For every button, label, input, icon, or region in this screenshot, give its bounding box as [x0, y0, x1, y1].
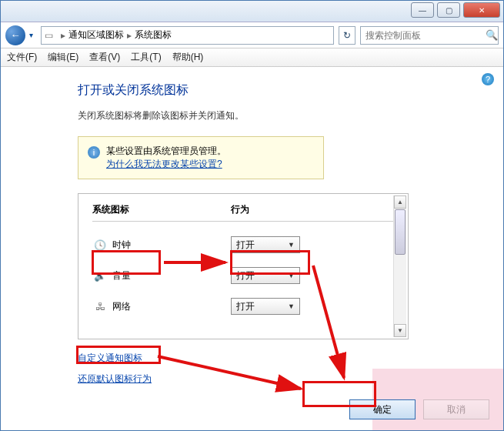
breadcrumb-sep-icon: ▸ — [127, 30, 132, 41]
table-row: 🔈 音量 打开 ▼ — [92, 260, 394, 291]
restore-defaults-link[interactable]: 还原默认图标行为 — [78, 373, 152, 386]
page-title: 打开或关闭系统图标 — [78, 82, 472, 99]
scroll-up-button[interactable]: ▲ — [394, 195, 406, 209]
help-icon[interactable]: ? — [482, 73, 494, 85]
chevron-down-icon: ▼ — [288, 302, 295, 310]
menu-file[interactable]: 文件(F) — [7, 51, 37, 64]
breadcrumb-seg-2[interactable]: 系统图标 — [135, 28, 172, 42]
menu-view[interactable]: 查看(V) — [89, 51, 120, 64]
volume-icon: 🔈 — [92, 270, 108, 282]
breadcrumb[interactable]: ▭ ▸ 通知区域图标 ▸ 系统图标 — [41, 26, 334, 45]
page-description: 关闭系统图标将删除该图标并关闭通知。 — [78, 109, 472, 122]
customize-link[interactable]: 自定义通知图标 — [78, 352, 142, 365]
select-value: 打开 — [236, 300, 255, 313]
search-box: 🔍 — [360, 26, 499, 45]
select-value: 打开 — [236, 269, 255, 282]
ok-button[interactable]: 确定 — [349, 399, 416, 419]
row-label-clock: 时钟 — [108, 239, 231, 252]
clock-icon: 🕓 — [92, 239, 108, 251]
admin-info-box: i 某些设置由系统管理员管理。 为什么我无法更改某些设置? — [78, 136, 324, 179]
scroll-track[interactable] — [394, 209, 406, 323]
row-label-volume: 音量 — [108, 269, 231, 282]
chevron-down-icon: ▼ — [288, 241, 295, 249]
breadcrumb-seg-1[interactable]: 通知区域图标 — [68, 28, 124, 42]
network-icon: 🖧 — [92, 301, 108, 312]
behavior-select-network[interactable]: 打开 ▼ — [231, 298, 300, 315]
titlebar: — ▢ ✕ — [1, 1, 503, 22]
search-input[interactable] — [361, 30, 486, 41]
nav-back-forward: ← ▾ — [5, 25, 36, 45]
breadcrumb-sep-icon: ▸ — [61, 30, 65, 41]
address-bar: ← ▾ ▭ ▸ 通知区域图标 ▸ 系统图标 ↻ 🔍 — [1, 22, 503, 48]
column-header-icon: 系统图标 — [92, 203, 231, 216]
breadcrumb-icon: ▭ — [45, 30, 53, 41]
table-row: 🕓 时钟 打开 ▼ — [92, 229, 394, 260]
system-icons-table: 系统图标 行为 🕓 时钟 打开 ▼ 🔈 音量 打开 ▼ � — [78, 193, 409, 339]
info-icon: i — [88, 146, 100, 159]
maximize-button[interactable]: ▢ — [437, 2, 460, 18]
search-icon[interactable]: 🔍 — [486, 27, 498, 44]
table-row: 🖧 网络 打开 ▼ — [92, 291, 394, 322]
row-label-network: 网络 — [108, 300, 231, 313]
info-link[interactable]: 为什么我无法更改某些设置? — [106, 159, 222, 169]
chevron-down-icon: ▼ — [288, 272, 295, 279]
back-button[interactable]: ← — [5, 25, 25, 45]
info-text-line: 某些设置由系统管理员管理。 — [106, 145, 226, 158]
minimize-button[interactable]: — — [411, 2, 434, 18]
menu-help[interactable]: 帮助(H) — [172, 51, 204, 64]
cancel-button[interactable]: 取消 — [423, 399, 489, 419]
control-panel-window: — ▢ ✕ ← ▾ ▭ ▸ 通知区域图标 ▸ 系统图标 ↻ 🔍 文件(F) 编辑… — [0, 0, 504, 431]
behavior-select-clock[interactable]: 打开 ▼ — [231, 236, 300, 253]
scrollbar[interactable]: ▲ ▼ — [393, 195, 406, 337]
close-button[interactable]: ✕ — [463, 2, 500, 18]
scroll-thumb[interactable] — [395, 209, 406, 255]
footer-buttons: 确定 取消 — [349, 399, 489, 419]
refresh-button[interactable]: ↻ — [339, 26, 355, 45]
scroll-down-button[interactable]: ▼ — [394, 324, 406, 337]
nav-history-dropdown[interactable]: ▾ — [25, 25, 36, 45]
content-pane: ? 打开或关闭系统图标 关闭系统图标将删除该图标并关闭通知。 i 某些设置由系统… — [1, 67, 503, 386]
select-value: 打开 — [236, 239, 255, 252]
menu-edit[interactable]: 编辑(E) — [48, 51, 78, 64]
behavior-select-volume[interactable]: 打开 ▼ — [231, 267, 300, 284]
column-header-behavior: 行为 — [231, 203, 339, 216]
menu-tools[interactable]: 工具(T) — [131, 51, 161, 64]
menu-bar: 文件(F) 编辑(E) 查看(V) 工具(T) 帮助(H) — [1, 48, 503, 67]
